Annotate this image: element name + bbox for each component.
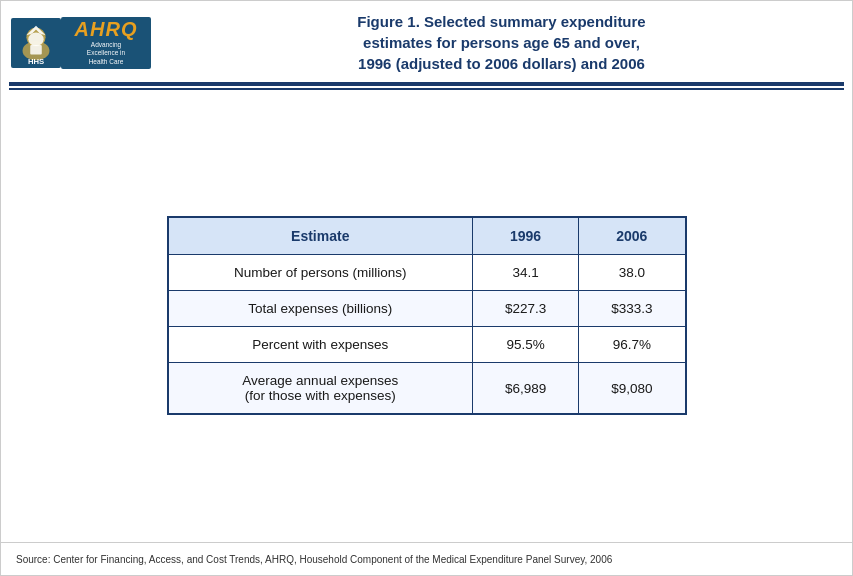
source-text: Source: Center for Financing, Access, an…	[16, 554, 612, 565]
row4-1996: $6,989	[473, 363, 579, 415]
col-header-estimate: Estimate	[168, 217, 473, 255]
header: HHS AHRQ Advancing Excellence in Health …	[1, 1, 852, 82]
table-row: Total expenses (billions) $227.3 $333.3	[168, 291, 686, 327]
row4-label: Average annual expenses (for those with …	[168, 363, 473, 415]
hhs-logo: HHS	[11, 18, 61, 68]
page-container: HHS AHRQ Advancing Excellence in Health …	[0, 0, 853, 576]
row2-1996: $227.3	[473, 291, 579, 327]
ahrq-brand-text: AHRQ	[75, 19, 138, 39]
page-title: Figure 1. Selected summary expenditure e…	[171, 11, 832, 74]
table-row: Number of persons (millions) 34.1 38.0	[168, 255, 686, 291]
footer: Source: Center for Financing, Access, an…	[1, 542, 852, 575]
table-header-row: Estimate 1996 2006	[168, 217, 686, 255]
row2-2006: $333.3	[579, 291, 686, 327]
row3-label: Percent with expenses	[168, 327, 473, 363]
row3-2006: 96.7%	[579, 327, 686, 363]
summary-table: Estimate 1996 2006 Number of persons (mi…	[167, 216, 687, 415]
top-divider-thick	[9, 82, 844, 86]
logo-area: HHS AHRQ Advancing Excellence in Health …	[11, 17, 151, 69]
ahrq-logo: AHRQ Advancing Excellence in Health Care	[61, 17, 151, 69]
svg-text:HHS: HHS	[28, 57, 44, 66]
svg-point-5	[28, 32, 43, 45]
table-row: Percent with expenses 95.5% 96.7%	[168, 327, 686, 363]
row3-1996: 95.5%	[473, 327, 579, 363]
col-header-1996: 1996	[473, 217, 579, 255]
col-header-2006: 2006	[579, 217, 686, 255]
main-content: Estimate 1996 2006 Number of persons (mi…	[1, 90, 852, 543]
table-row: Average annual expenses (for those with …	[168, 363, 686, 415]
row4-2006: $9,080	[579, 363, 686, 415]
row1-label: Number of persons (millions)	[168, 255, 473, 291]
row2-label: Total expenses (billions)	[168, 291, 473, 327]
row1-2006: 38.0	[579, 255, 686, 291]
svg-rect-6	[30, 44, 42, 54]
row1-1996: 34.1	[473, 255, 579, 291]
ahrq-subtitle: Advancing Excellence in Health Care	[87, 41, 125, 66]
